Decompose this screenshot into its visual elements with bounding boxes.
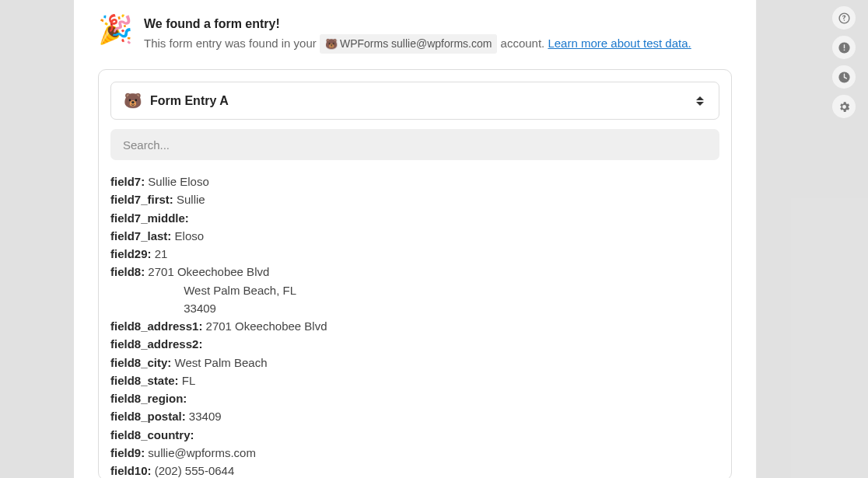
fields-list: field7: Sullie Elosofield7_first: Sullie… [110,173,719,478]
account-label: WPForms sullie@wpforms.com [340,37,492,50]
field-key: field7: [110,173,145,190]
main-panel: 🎉 We found a form entry! This form entry… [74,0,757,478]
field-key: field8: [110,263,145,317]
field-row: field10: (202) 555-0644 [110,462,719,478]
help-icon [838,12,851,25]
field-key: field29: [110,245,152,263]
form-entry-card: 🐻 Form Entry A field7: Sullie Elosofield… [98,69,732,478]
field-key: field8_state: [110,372,179,389]
side-toolbar [832,6,863,118]
field-key: field10: [110,462,152,478]
field-row: field8_city: West Palm Beach [110,354,719,372]
field-key: field7_last: [110,227,171,245]
field-row: field8_region: [110,389,719,407]
field-key: field8_address1: [110,317,202,335]
field-value: Sullie [173,190,205,208]
header: 🎉 We found a form entry! This form entry… [98,17,732,54]
form-selector[interactable]: 🐻 Form Entry A [110,82,719,120]
svg-rect-1 [843,44,844,48]
field-key: field8_address2: [110,335,202,353]
field-row: field7_first: Sullie [110,190,719,208]
party-popper-icon: 🎉 [98,16,133,44]
field-key: field9: [110,444,145,462]
field-key: field7_first: [110,190,173,208]
field-key: field8_postal: [110,407,186,425]
header-subtitle: This form entry was found in your 🐻WPFor… [144,34,732,54]
search-input[interactable] [123,138,707,152]
field-value: sullie@wpforms.com [145,444,256,462]
field-row: field8_country: [110,426,719,444]
field-key: field8_country: [110,426,194,444]
field-value: 2701 Okeechobee Blvd West Palm Beach, FL… [145,263,296,317]
header-text: We found a form entry! This form entry w… [144,17,732,54]
form-selector-title: Form Entry A [150,94,229,108]
field-value: (202) 555-0644 [152,462,235,478]
field-row: field29: 21 [110,245,719,263]
form-icon: 🐻 [124,92,142,110]
help-button[interactable] [832,6,856,30]
svg-rect-2 [843,49,844,50]
field-row: field9: sullie@wpforms.com [110,444,719,462]
header-sub-prefix: This form entry was found in your [144,37,320,50]
account-chip: 🐻WPForms sullie@wpforms.com [320,34,497,54]
field-row: field7_middle: [110,209,719,227]
header-sub-suffix: account. [501,37,548,50]
field-row: field8_state: FL [110,372,719,389]
field-key: field8_region: [110,389,187,407]
field-row: field8_postal: 33409 [110,407,719,425]
sort-caret-icon [694,94,706,108]
history-button[interactable] [832,65,856,89]
field-row: field8_address2: [110,335,719,353]
gear-icon [838,100,851,113]
field-key: field8_city: [110,354,171,372]
field-value: 33409 [186,407,222,425]
field-row: field8: 2701 Okeechobee Blvd West Palm B… [110,263,719,317]
field-value: 21 [152,245,168,263]
clock-icon [838,71,851,84]
alert-icon [838,41,851,54]
field-value: 2701 Okeechobee Blvd [202,317,327,335]
field-row: field7: Sullie Eloso [110,173,719,190]
field-row: field8_address1: 2701 Okeechobee Blvd [110,317,719,335]
search-box[interactable] [110,129,719,160]
field-row: field7_last: Eloso [110,227,719,245]
field-key: field7_middle: [110,209,189,227]
field-value: Sullie Eloso [145,173,209,190]
wpforms-icon: 🐻 [325,38,338,50]
settings-button[interactable] [832,95,856,118]
field-value: FL [179,372,196,389]
field-value: West Palm Beach [171,354,267,372]
learn-more-link[interactable]: Learn more about test data. [548,37,691,50]
header-title: We found a form entry! [144,17,732,31]
alert-button[interactable] [832,36,856,59]
field-value: Eloso [171,227,204,245]
